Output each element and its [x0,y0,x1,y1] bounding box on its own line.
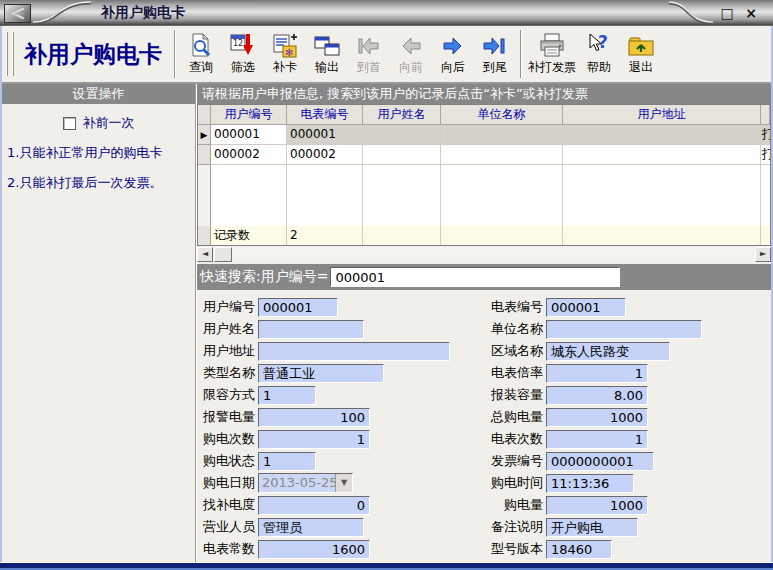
row-selector-cell [198,145,211,165]
table-cell-clipped: 打 [761,145,770,165]
reissue-previous-checkbox-row[interactable]: 补前一次 [2,114,195,132]
app-logo-icon [4,4,31,23]
meter-id-field[interactable]: 000001 [546,298,626,317]
filter-button[interactable]: 12 筛选 [222,32,264,77]
first-record-button: 到首 [348,32,390,77]
field-label: 用户姓名 [197,320,255,338]
field-label: 购电状态 [197,452,255,470]
unit-name-field[interactable] [546,320,702,339]
app-window: 补用户购电卡 □ × 补用户购电卡 查询 12 筛选 [0,0,773,570]
field-label: 型号版本 [485,540,543,558]
window-bottom-frame [0,562,773,570]
purchase-energy-field[interactable]: 1000 [546,496,648,515]
purchase-date-value: 2013-05-25 [259,474,335,492]
adjustment-energy-field[interactable]: 0 [258,496,370,515]
toolbar-gripper [6,32,8,76]
user-table: 用户编号 电表编号 用户姓名 单位名称 用户地址 ▶ 000001 000001 [197,104,771,246]
print-invoice-button[interactable]: 补打发票 [526,32,578,77]
purchase-count-field[interactable]: 1 [258,430,370,449]
window-title: 补用户购电卡 [101,4,185,22]
invoice-number-field[interactable]: 0000000001 [546,452,654,471]
table-cell: 000002 [287,145,363,165]
table-header-row: 用户编号 电表编号 用户姓名 单位名称 用户地址 [198,105,770,125]
record-count-label: 记录数 [211,226,287,245]
field-label: 电表次数 [485,430,543,448]
user-address-field[interactable] [258,342,450,361]
sidebar-note-1: 1.只能补正常用户的购电卡 [7,144,195,162]
operator-field[interactable]: 管理员 [258,518,364,537]
last-record-button[interactable]: 到尾 [474,32,516,77]
field-label: 发票编号 [485,452,543,470]
row-selector-header [198,105,211,125]
export-button[interactable]: 输出 [306,32,348,77]
search-icon [188,33,214,59]
main-panel: 请根据用户申报信息, 搜索到该用户的记录后点击“补卡”或补打发票 用户编号 电表… [196,84,771,562]
help-icon: ? [586,33,612,59]
field-label: 购电次数 [197,430,255,448]
maximize-button[interactable]: □ [715,5,739,21]
field-label: 类型名称 [197,364,255,382]
field-label: 购电日期 [197,474,255,492]
reissue-card-button-label: 补卡 [273,59,297,76]
column-header-unit-name: 单位名称 [441,105,563,125]
reissue-card-button[interactable]: ✻ 补卡 [264,32,306,77]
exit-icon [628,33,654,59]
export-button-label: 输出 [315,59,339,76]
alarm-energy-field[interactable]: 100 [258,408,370,427]
user-name-field[interactable] [258,320,364,339]
scroll-left-button[interactable]: ◄ [197,247,213,262]
purchase-time-field[interactable]: 11:13:36 [546,474,634,493]
total-energy-field[interactable]: 1000 [546,408,648,427]
field-label: 报装容量 [485,386,543,404]
purchase-status-field[interactable]: 1 [258,452,316,471]
field-label: 电表倍率 [485,364,543,382]
table-cell-clipped: 打 [761,125,770,145]
column-header-clipped [761,105,770,125]
table-footer-row: 记录数 2 [198,226,770,245]
scrollbar-track[interactable] [232,247,755,262]
chevron-down-icon[interactable]: ▼ [335,474,352,492]
detail-form: 用户编号000001 用户姓名 用户地址 类型名称普通工业 限容方式1 报警电量… [197,290,771,562]
installed-capacity-field[interactable]: 8.00 [546,386,648,405]
field-label: 用户编号 [197,298,255,316]
field-label: 备注说明 [485,518,543,536]
titlebar-swoosh-right [669,1,713,25]
capacity-limit-mode-field[interactable]: 1 [258,386,316,405]
filter-icon: 12 [230,33,256,59]
last-record-button-label: 到尾 [483,59,507,76]
field-label: 购电量 [485,496,543,514]
close-button[interactable]: × [739,5,763,21]
table-cell: 000001 [211,125,287,145]
field-label: 单位名称 [485,320,543,338]
table-empty-area [198,165,770,226]
column-header-meter-id: 电表编号 [287,105,363,125]
scrollbar-thumb[interactable] [214,247,232,262]
meter-count-field[interactable]: 1 [546,430,648,449]
type-name-field[interactable]: 普通工业 [258,364,384,383]
table-row[interactable]: ▶ 000001 000001 打 [198,125,770,145]
exit-button[interactable]: 退出 [620,32,662,77]
title-bar: 补用户购电卡 □ × [0,0,773,26]
previous-record-icon [398,33,424,59]
meter-constant-field[interactable]: 1600 [258,540,370,559]
help-button[interactable]: ? 帮助 [578,32,620,77]
field-label: 找补电度 [197,496,255,514]
next-record-button-label: 向后 [441,59,465,76]
field-label: 电表编号 [485,298,543,316]
next-record-button[interactable]: 向后 [432,32,474,77]
region-name-field[interactable]: 城东人民路变 [546,342,670,361]
field-label: 电表常数 [197,540,255,558]
user-id-field[interactable]: 000001 [258,298,338,317]
remark-field[interactable]: 开户购电 [546,518,638,537]
query-button[interactable]: 查询 [180,32,222,77]
purchase-date-combobox[interactable]: 2013-05-25▼ [258,473,353,493]
model-version-field[interactable]: 18460 [546,540,612,559]
quick-search-input[interactable] [330,267,620,287]
scroll-right-button[interactable]: ► [755,247,771,262]
field-label: 营业人员 [197,518,255,536]
table-row[interactable]: 000002 000002 打 [198,145,770,165]
meter-ratio-field[interactable]: 1 [546,364,648,383]
first-record-icon [356,33,382,59]
table-horizontal-scrollbar[interactable]: ◄ ► [197,247,771,262]
reissue-previous-checkbox[interactable] [63,117,76,130]
